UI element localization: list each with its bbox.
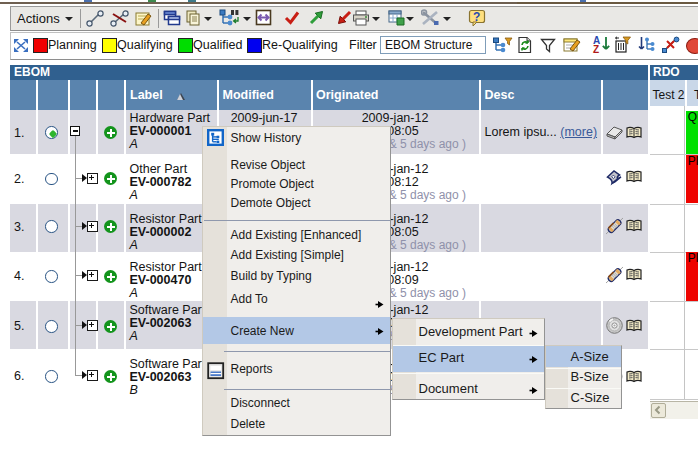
svg-text:?: ? <box>473 10 480 24</box>
